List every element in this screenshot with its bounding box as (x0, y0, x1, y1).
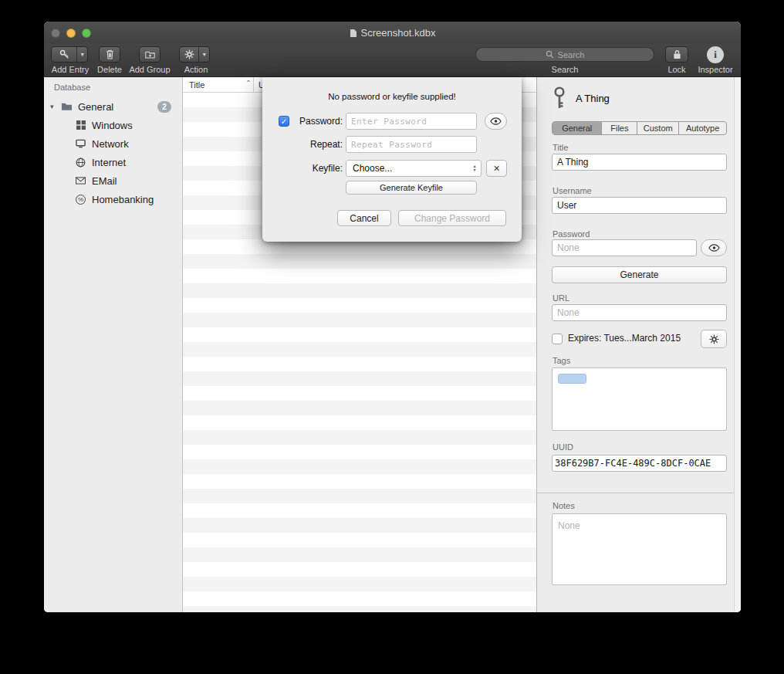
keyfile-popup-button[interactable]: Choose... ▴▾ (346, 160, 482, 177)
notes-placeholder: None (558, 520, 580, 531)
column-title-text: Title (189, 80, 204, 90)
password-field[interactable] (552, 239, 697, 256)
clear-x-icon: × (493, 162, 499, 174)
url-field-label: URL (553, 293, 569, 303)
sidebar-item-homebanking[interactable]: % Homebanking (44, 190, 182, 208)
tags-box[interactable] (552, 367, 727, 431)
sidebar-item-email[interactable]: EMail (44, 171, 182, 190)
lock-icon (666, 47, 688, 62)
windows-icon (74, 120, 87, 130)
popup-stepper-icon: ▴▾ (468, 161, 481, 176)
lock-button[interactable] (665, 46, 688, 63)
disclosure-triangle-icon[interactable]: ▾ (50, 103, 60, 110)
inspector-panel: A Thing General Files Custom Autotype Ti… (536, 77, 741, 612)
delete-label: Delete (93, 65, 126, 74)
entry-title-heading: A Thing (576, 93, 610, 104)
action-dropdown-arrow[interactable]: ▾ (198, 47, 209, 62)
search-input[interactable]: Search (475, 47, 654, 62)
password-field-label: Password (553, 229, 590, 239)
inspector-label: Inspector (694, 65, 736, 74)
title-field[interactable] (552, 154, 727, 171)
inspector-scrollbar[interactable] (734, 77, 741, 612)
monitor-icon (74, 139, 87, 148)
toolbar: ▾ Add Entry Delete Add Group ▾ (44, 44, 741, 77)
search-placeholder: Search (558, 50, 585, 59)
uuid-label: UUID (553, 442, 573, 452)
add-entry-button[interactable]: ▾ (51, 46, 88, 63)
tab-general[interactable]: General (553, 122, 601, 134)
search-icon (546, 50, 554, 59)
sort-ascending-icon: ˆ (247, 82, 250, 88)
entry-count-badge: 2 (157, 101, 171, 113)
sidebar-item-label: EMail (92, 175, 117, 187)
repeat-label: Repeat: (290, 136, 343, 153)
clear-keyfile-button[interactable]: × (486, 160, 507, 177)
add-entry-dropdown-arrow[interactable]: ▾ (76, 47, 87, 62)
expires-label: Expires: Tues...March 2015 (568, 333, 681, 344)
username-field[interactable] (552, 197, 727, 214)
notes-field[interactable]: None (552, 513, 727, 585)
password-label: Password: (290, 113, 343, 130)
sidebar: Database ▾ General 2 Windows Networ (44, 77, 183, 612)
inspector-toggle-button[interactable]: i (707, 46, 724, 63)
sidebar-group-general[interactable]: ▾ General 2 (44, 97, 182, 116)
tag-chip[interactable] (558, 374, 586, 384)
key-icon (52, 47, 76, 62)
notes-label: Notes (553, 501, 575, 510)
title-field-label: Title (553, 143, 568, 152)
gear-icon (709, 334, 719, 344)
info-icon: i (714, 49, 717, 61)
change-password-sheet: No password or keyfile supplied! ✓ Passw… (262, 77, 522, 242)
action-button[interactable]: ▾ (179, 46, 210, 63)
inspector-tabs: General Files Custom Autotype (552, 121, 727, 135)
window-title-area: Screenshot.kdbx (44, 22, 741, 44)
sidebar-item-network[interactable]: Network (44, 134, 182, 153)
sheet-message: No password or keyfile supplied! (262, 92, 522, 101)
change-password-button: Change Password (398, 210, 506, 226)
inspector-divider (537, 493, 741, 493)
window-title: Screenshot.kdbx (361, 27, 436, 39)
sidebar-item-windows[interactable]: Windows (44, 116, 182, 134)
password-checkbox[interactable]: ✓ (279, 116, 289, 127)
reveal-password-button[interactable] (701, 239, 727, 256)
column-header-title[interactable]: Title ˆ (183, 77, 253, 92)
sidebar-item-internet[interactable]: Internet (44, 153, 182, 171)
tags-label: Tags (553, 356, 570, 365)
generate-keyfile-button[interactable]: Generate Keyfile (346, 181, 477, 195)
username-field-label: Username (553, 186, 592, 195)
folder-plus-icon (140, 47, 160, 62)
repeat-input[interactable] (346, 136, 477, 153)
generate-password-button[interactable]: Generate (552, 266, 727, 283)
eye-icon (490, 117, 502, 125)
globe-icon (74, 157, 87, 168)
eye-icon (708, 244, 720, 252)
tab-custom[interactable]: Custom (637, 122, 678, 134)
delete-button[interactable] (99, 46, 120, 63)
add-group-label: Add Group (127, 65, 172, 74)
titlebar: Screenshot.kdbx (44, 22, 741, 44)
keyfile-label: Keyfile: (290, 160, 343, 177)
reveal-password-button[interactable] (485, 113, 507, 130)
expires-settings-button[interactable] (701, 330, 727, 348)
add-group-button[interactable] (139, 46, 161, 63)
keyfile-popup-value: Choose... (353, 163, 392, 174)
app-window: Screenshot.kdbx ▾ Add Entry Delete (44, 22, 741, 612)
envelope-icon (74, 177, 87, 185)
tab-autotype[interactable]: Autotype (678, 122, 726, 134)
sidebar-item-label: Windows (92, 120, 133, 131)
tab-files[interactable]: Files (601, 122, 637, 134)
entry-header: A Thing (553, 86, 610, 110)
uuid-field[interactable] (552, 455, 727, 472)
sidebar-item-label: Internet (92, 157, 126, 168)
password-input[interactable] (346, 113, 477, 130)
sidebar-section-header: Database (54, 83, 90, 92)
lock-label: Lock (661, 65, 692, 74)
search-label: Search (475, 65, 654, 74)
add-entry-label: Add Entry (49, 65, 92, 74)
cancel-button[interactable]: Cancel (337, 210, 391, 226)
url-field[interactable] (552, 304, 727, 321)
action-label: Action (181, 65, 211, 74)
group-label: General (78, 101, 113, 113)
sidebar-item-label: Network (92, 138, 129, 150)
expires-checkbox[interactable] (552, 334, 563, 344)
